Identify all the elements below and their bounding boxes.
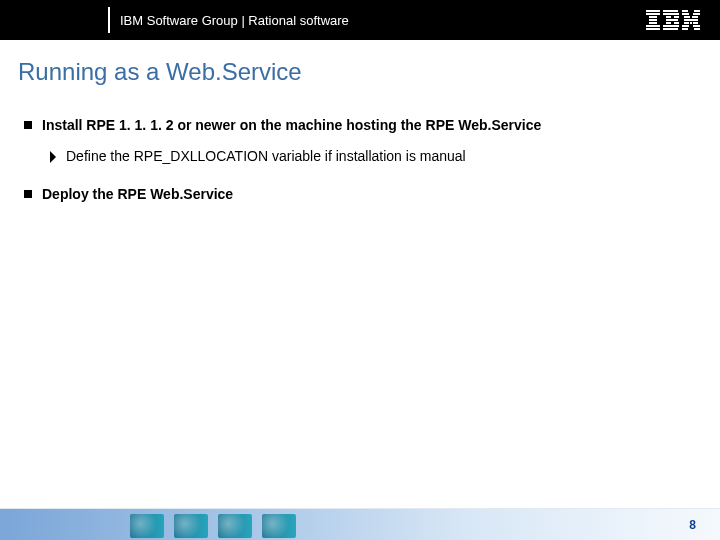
svg-rect-24 bbox=[690, 22, 692, 24]
svg-rect-1 bbox=[646, 13, 660, 15]
svg-rect-4 bbox=[649, 22, 657, 24]
decoration-block-icon bbox=[174, 514, 208, 538]
svg-rect-3 bbox=[649, 19, 657, 21]
svg-rect-7 bbox=[663, 10, 678, 12]
svg-rect-16 bbox=[682, 10, 688, 12]
svg-rect-13 bbox=[674, 22, 679, 24]
list-subitem-text: Define the RPE_DXLLOCATION variable if i… bbox=[66, 147, 466, 166]
svg-rect-10 bbox=[674, 16, 679, 18]
svg-rect-8 bbox=[663, 13, 679, 15]
square-bullet-icon bbox=[24, 190, 32, 198]
decoration-block-icon bbox=[130, 514, 164, 538]
list-item-text: Install RPE 1. 1. 1. 2 or newer on the m… bbox=[42, 116, 541, 135]
svg-rect-11 bbox=[666, 19, 678, 21]
svg-rect-19 bbox=[693, 13, 700, 15]
list-item: Install RPE 1. 1. 1. 2 or newer on the m… bbox=[24, 116, 696, 135]
ibm-logo-icon bbox=[646, 10, 700, 30]
svg-rect-20 bbox=[684, 16, 690, 18]
svg-rect-9 bbox=[666, 16, 671, 18]
banner: IBM Software Group | Rational software bbox=[0, 0, 720, 40]
decoration-block-icon bbox=[218, 514, 252, 538]
svg-rect-21 bbox=[692, 16, 698, 18]
chevron-right-icon bbox=[50, 149, 58, 167]
slide-body: Install RPE 1. 1. 1. 2 or newer on the m… bbox=[0, 86, 720, 204]
square-bullet-icon bbox=[24, 121, 32, 129]
svg-rect-2 bbox=[649, 16, 657, 18]
list-item-text: Deploy the RPE Web.Service bbox=[42, 185, 233, 204]
svg-rect-0 bbox=[646, 10, 660, 12]
svg-rect-12 bbox=[666, 22, 671, 24]
svg-rect-23 bbox=[684, 22, 689, 24]
svg-rect-25 bbox=[693, 22, 698, 24]
svg-rect-15 bbox=[663, 28, 678, 30]
list-subitem: Define the RPE_DXLLOCATION variable if i… bbox=[50, 147, 696, 167]
page-number: 8 bbox=[689, 518, 696, 532]
svg-rect-27 bbox=[693, 25, 700, 27]
svg-rect-26 bbox=[682, 25, 689, 27]
svg-rect-14 bbox=[663, 25, 679, 27]
svg-rect-17 bbox=[694, 10, 700, 12]
footer-decoration bbox=[130, 508, 296, 540]
banner-divider bbox=[108, 7, 110, 33]
banner-title: IBM Software Group | Rational software bbox=[120, 13, 349, 28]
decoration-block-icon bbox=[262, 514, 296, 538]
svg-rect-5 bbox=[646, 25, 660, 27]
svg-rect-18 bbox=[682, 13, 689, 15]
svg-rect-22 bbox=[684, 19, 698, 21]
svg-rect-6 bbox=[646, 28, 660, 30]
footer-strip: 8 bbox=[0, 508, 720, 540]
svg-rect-29 bbox=[694, 28, 700, 30]
svg-rect-28 bbox=[682, 28, 688, 30]
list-item: Deploy the RPE Web.Service bbox=[24, 185, 696, 204]
slide-title: Running as a Web.Service bbox=[0, 40, 720, 86]
